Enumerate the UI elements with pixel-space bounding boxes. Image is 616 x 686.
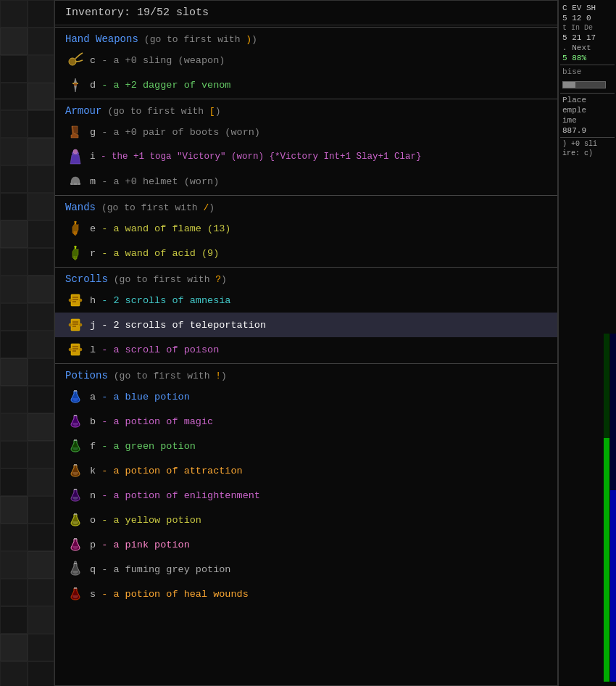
category-name-armour: Armour — [65, 105, 101, 117]
category-potions: Potions (go to first with !) — [55, 365, 557, 384]
item-q-grey-potion-text: q - a fuming grey potion — [90, 564, 230, 575]
svg-point-8 — [79, 299, 82, 302]
svg-point-7 — [69, 299, 72, 302]
inventory-content[interactable]: Hand Weapons (go to first with )) c - a … — [55, 25, 557, 685]
category-name-potions: Potions — [65, 370, 108, 381]
item-r-wand-acid-text: r - a wand of acid (9) — [90, 248, 219, 259]
item-o-yellow-potion[interactable]: o - a yellow potion — [55, 508, 557, 532]
icon-enlightenment-potion — [65, 485, 86, 505]
hp-bar-fill — [604, 438, 609, 682]
noise-label: bise — [560, 67, 615, 77]
item-i-toga[interactable]: i - the +1 toga "Victory" (worn) {*Victo… — [55, 144, 557, 169]
category-scrolls: Scrolls (go to first with ?) — [55, 269, 557, 288]
icon-boots — [65, 122, 86, 142]
item-s-heal-potion[interactable]: s - a potion of heal wounds — [55, 582, 557, 606]
item-l-scroll-poison[interactable]: l - a scroll of poison — [55, 337, 557, 362]
hp-bar-container — [604, 334, 609, 682]
icon-scroll-amnesia — [65, 290, 86, 310]
stats-divider3 — [560, 137, 615, 138]
inventory-title-text: Inventory: 19/52 slots — [65, 7, 209, 19]
item-n-enlightenment-potion[interactable]: n - a potion of enlightenment — [55, 483, 557, 508]
item-e-wand-flame-text: e - a wand of flame (13) — [90, 223, 230, 234]
icon-wand-acid — [65, 243, 86, 263]
noise-bar-area — [560, 77, 615, 91]
quiver-label: ire: c) — [560, 149, 615, 158]
icon-grey-potion — [65, 559, 86, 579]
dungeon-panel — [0, 0, 54, 686]
stats-line3: 5 88% — [560, 53, 615, 63]
item-d-dagger[interactable]: d - a +2 dagger of venom — [55, 73, 557, 97]
item-p-pink-potion[interactable]: p - a pink potion — [55, 532, 557, 557]
divider-scrolls — [55, 267, 557, 268]
item-a-blue-potion[interactable]: a - a blue potion — [55, 384, 557, 409]
item-e-wand-flame[interactable]: e - a wand of flame (13) — [55, 216, 557, 241]
icon-scroll-poison — [65, 339, 86, 360]
category-wands: Wands (go to first with /) — [55, 197, 557, 216]
category-goto-potions: (go to first with !) — [114, 371, 227, 381]
category-goto-armour: (go to first with [) — [107, 106, 220, 117]
svg-rect-2 — [74, 83, 77, 86]
icon-magic-potion — [65, 411, 86, 431]
svg-point-4 — [73, 149, 78, 154]
item-n-enlightenment-potion-text: n - a potion of enlightenment — [90, 490, 260, 501]
item-c-sling[interactable]: c - a +0 sling (weapon) — [55, 48, 557, 73]
icon-heal-potion — [65, 584, 86, 604]
item-q-grey-potion[interactable]: q - a fuming grey potion — [55, 557, 557, 582]
item-k-attraction-potion[interactable]: k - a potion of attraction — [55, 458, 557, 483]
svg-point-14 — [79, 348, 82, 351]
item-h-scroll-amnesia-text: h - 2 scrolls of amnesia — [90, 295, 230, 306]
icon-sling — [65, 50, 86, 70]
item-d-dagger-text: d - a +2 dagger of venom — [90, 80, 230, 91]
icon-yellow-potion — [65, 510, 86, 530]
icon-dagger — [65, 75, 86, 95]
item-g-boots[interactable]: g - a +0 pair of boots (worn) — [55, 120, 557, 144]
item-g-boots-text: g - a +0 pair of boots (worn) — [90, 127, 260, 138]
item-b-magic-potion[interactable]: b - a potion of magic — [55, 409, 557, 434]
temple-label: emple — [560, 105, 615, 115]
category-armour: Armour (go to first with [) — [55, 101, 557, 120]
svg-rect-6 — [71, 294, 80, 306]
divider-wands — [55, 195, 557, 196]
icon-toga — [65, 146, 86, 167]
item-m-helmet[interactable]: m - a +0 helmet (worn) — [55, 169, 557, 194]
time-label: ime — [560, 115, 615, 125]
icon-attraction-potion — [65, 460, 86, 481]
noise-bar — [562, 81, 606, 88]
icon-green-potion — [65, 436, 86, 456]
svg-point-10 — [69, 323, 72, 326]
icon-scroll-teleport — [65, 315, 86, 335]
item-b-magic-potion-text: b - a potion of magic — [90, 416, 213, 427]
item-r-wand-acid[interactable]: r - a wand of acid (9) — [55, 241, 557, 265]
category-name-hand-weapons: Hand Weapons — [65, 33, 138, 45]
inventory-panel: Inventory: 19/52 slots Hand Weapons (go … — [54, 0, 558, 686]
svg-point-13 — [69, 348, 72, 351]
mp-bar-fill — [610, 490, 616, 682]
item-s-heal-potion-text: s - a potion of heal wounds — [90, 589, 249, 600]
item-h-scroll-amnesia[interactable]: h - 2 scrolls of amnesia — [55, 288, 557, 313]
stats-divider2 — [560, 93, 615, 94]
stats-divider1 — [560, 65, 615, 65]
svg-rect-5 — [70, 183, 80, 185]
item-c-sling-text: c - a +0 sling (weapon) — [90, 55, 225, 66]
stats-line2: 5 21 17 — [560, 33, 615, 43]
icon-wand-flame — [65, 218, 86, 239]
svg-rect-12 — [71, 344, 80, 355]
item-i-toga-text: i - the +1 toga "Victory" (worn) {*Victo… — [90, 152, 422, 162]
inventory-title: Inventory: 19/52 slots — [55, 1, 557, 25]
icon-blue-potion — [65, 387, 86, 407]
divider-hand-weapons — [55, 27, 557, 28]
item-j-scroll-teleport-text: j - 2 scrolls of teleportation — [90, 320, 266, 331]
category-name-wands: Wands — [65, 202, 96, 213]
weapon-label: ) +0 sli — [560, 139, 615, 149]
svg-point-0 — [69, 58, 76, 65]
time-val: 887.9 — [560, 125, 615, 136]
svg-rect-9 — [71, 319, 80, 331]
divider-potions — [55, 363, 557, 364]
category-goto-wands: (go to first with /) — [101, 202, 215, 213]
item-j-scroll-teleport[interactable]: j - 2 scrolls of teleportation — [55, 313, 557, 337]
place-label: Place — [560, 95, 615, 105]
stats-header: C EV SH — [560, 3, 615, 13]
category-goto-scrolls: (go to first with ?) — [114, 274, 227, 285]
item-f-green-potion-text: f - a green potion — [90, 441, 196, 452]
item-f-green-potion[interactable]: f - a green potion — [55, 434, 557, 458]
